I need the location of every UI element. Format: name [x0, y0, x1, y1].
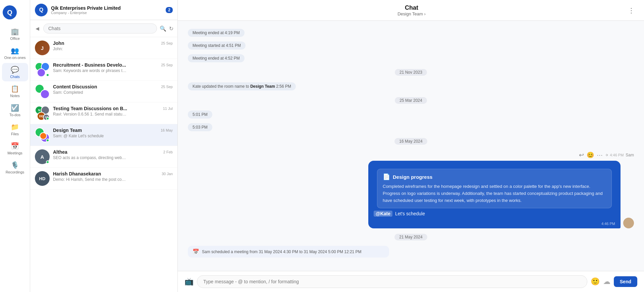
sidebar-item-notes[interactable]: 📋 Notes	[2, 82, 28, 100]
chat-more-button[interactable]: ⋮	[625, 5, 637, 16]
chat-preview-content: Sam: Completed	[53, 90, 127, 95]
chat-list-header: ◀ 🔍 ↻	[30, 20, 177, 37]
outgoing-message-container: ↩ 😊 ⋯ ✈ 4:46 PM Sam 📄	[188, 150, 634, 228]
reply-button[interactable]: ↩	[579, 151, 584, 159]
chat-name-testing: Testing Team Discussions on B...	[53, 106, 127, 111]
system-message-1: Meeting ended at 4:19 PM	[188, 29, 634, 37]
company-name: Qik Enterprises Private Limited	[51, 5, 162, 11]
sidebar-item-office[interactable]: 🏢 Office	[2, 25, 28, 43]
group-avatar-design-3	[40, 132, 47, 140]
send-button[interactable]: Send	[614, 276, 637, 287]
outgoing-note-bubble: 📄 Design progress Completed wireframes f…	[368, 161, 621, 228]
chat-date-design: 16 May	[161, 128, 173, 132]
online-indicator-testing	[46, 117, 49, 120]
chat-subtitle: Design Team ›	[198, 11, 625, 16]
files-icon: 📁	[11, 123, 19, 131]
sidebar-item-meetings[interactable]: 📅 Meetings	[2, 139, 28, 158]
chat-name-design: Design Team	[53, 128, 82, 133]
chat-item-testing[interactable]: N DD +2 Testing Team Discussions on B...…	[30, 102, 177, 124]
reaction-bar: ↩ 😊 ⋯ ✈ 4:46 PM	[579, 150, 624, 160]
sender-name: Sam	[626, 153, 634, 157]
meetings-icon: 📅	[11, 142, 19, 150]
chat-info-testing: Testing Team Discussions on B... 11 Jul …	[53, 106, 173, 117]
room-update-bubble: Kate updated the room name to Design Tea…	[188, 82, 296, 90]
search-button[interactable]: 🔍	[160, 25, 166, 32]
chat-preview-design: Sam: @ Kate Let's schedule	[53, 134, 127, 138]
recordings-label: Recordings	[6, 170, 24, 174]
chat-title: Chat	[198, 4, 625, 11]
office-icon: 🏢	[11, 27, 19, 35]
collapse-button[interactable]: ◀	[34, 24, 41, 32]
chat-preview-john: John:	[53, 47, 127, 51]
sender-row: ↩ 😊 ⋯ ✈ 4:46 PM Sam	[579, 150, 634, 160]
message-more-button[interactable]: ⋯	[597, 151, 603, 159]
group-avatar-content-2	[40, 89, 50, 99]
chat-info-content: Content Discussion 25 Sep Sam: Completed	[53, 84, 173, 95]
avatar-harish: HD	[35, 171, 50, 186]
chat-date-althea: 2 Feb	[163, 150, 173, 154]
message-input-bar: 📺 🙂 ☁ Send	[178, 271, 644, 292]
chat-item-althea[interactable]: A Althea 2 Feb SEO acts as a compass, di…	[30, 146, 177, 168]
message-with-avatar: 📄 Design progress Completed wireframes f…	[368, 161, 634, 228]
sidebar-item-chats[interactable]: 💬 Chats	[2, 63, 28, 81]
brand-area: Q	[0, 3, 30, 23]
date-divider-may2024: 16 May 2024	[188, 138, 634, 145]
nav-items-list: 🏢 Office 👥 One-on-ones 💬 Chats 📋 Notes ☑…	[0, 25, 30, 177]
chat-date-testing: 11 Jul	[163, 106, 173, 111]
chat-list: J John 25 Sep John:	[30, 37, 177, 292]
messages-area: Meeting ended at 4:19 PM Meeting started…	[178, 21, 644, 271]
system-room-update: Kate updated the room name to Design Tea…	[188, 82, 634, 90]
chat-item-john[interactable]: J John 25 Sep John:	[30, 37, 177, 59]
chat-item-content[interactable]: Content Discussion 25 Sep Sam: Completed	[30, 81, 177, 102]
notification-badge[interactable]: 2	[166, 7, 173, 13]
system-bubble-1: Meeting ended at 4:19 PM	[188, 29, 245, 37]
emoji-button[interactable]: 🙂	[591, 277, 600, 286]
office-label: Office	[10, 36, 20, 41]
chat-item-harish[interactable]: HD Harish Dhanasekaran 30 Jan Demo: Hi H…	[30, 168, 177, 190]
mention-tag: @Kate	[374, 211, 392, 217]
chat-list-panel: Q Qik Enterprises Private Limited Compan…	[30, 0, 178, 292]
time-bubble-2: 5:03 PM	[188, 123, 212, 131]
chat-preview-harish: Demo: Hi Harish, Send me the post con...	[53, 177, 127, 182]
company-info: Qik Enterprises Private Limited Company …	[51, 5, 162, 15]
todos-icon: ☑️	[11, 104, 19, 112]
sidebar-item-recordings[interactable]: 🎙️ Recordings	[2, 158, 28, 177]
refresh-button[interactable]: ↻	[169, 25, 173, 32]
sidebar-item-one-on-ones[interactable]: 👥 One-on-ones	[2, 44, 28, 62]
avatar-wrap-design	[35, 128, 50, 142]
avatar-wrap-john: J	[35, 41, 50, 55]
meeting-scheduled-text: Sam scheduled a meeting from 31 May 2024…	[202, 249, 362, 254]
avatar-wrap-harish: HD	[35, 171, 50, 186]
chats-icon: 💬	[11, 66, 19, 74]
chat-item-recruitment[interactable]: Recruitment - Business Develo... 25 Sep …	[30, 59, 177, 81]
system-bubble-3: Meeting ended at 4:52 PM	[188, 54, 245, 62]
sidebar-item-files[interactable]: 📁 Files	[2, 120, 28, 139]
note-icon: 📄	[383, 173, 390, 180]
emoji-react-button[interactable]: 😊	[587, 151, 594, 159]
note-title: 📄 Design progress	[383, 173, 606, 180]
mention-message: @Kate Let's schedule	[368, 208, 621, 220]
sender-avatar	[623, 218, 634, 228]
avatar-wrap-althea: A	[35, 149, 50, 164]
chat-item-design[interactable]: Design Team 16 May Sam: @ Kate Let's sch…	[30, 124, 177, 146]
date-divider-mar2024: 25 Mar 2024	[188, 97, 634, 104]
message-input[interactable]	[197, 275, 587, 288]
online-indicator	[46, 73, 49, 77]
avatar-wrap-testing: N DD +2	[35, 106, 50, 121]
chat-info-recruitment: Recruitment - Business Develo... 25 Sep …	[53, 62, 173, 73]
send-time: ✈ 4:46 PM	[605, 153, 624, 157]
note-body: Completed wireframes for the homepage re…	[383, 183, 606, 204]
one-on-ones-label: One-on-ones	[4, 56, 25, 60]
date-chip-mar: 25 Mar 2024	[395, 97, 427, 104]
calendar-icon: 📅	[193, 248, 199, 255]
group-avatar-3	[37, 68, 46, 77]
one-on-ones-icon: 👥	[11, 47, 19, 55]
sidebar-item-todos[interactable]: ☑️ To-dos	[2, 101, 28, 120]
files-label: Files	[11, 132, 19, 136]
search-input[interactable]	[43, 23, 157, 33]
system-time-2: 5:03 PM	[188, 123, 634, 131]
mention-text: Let's schedule	[395, 211, 425, 216]
upload-button[interactable]: ☁	[603, 277, 610, 286]
chat-area: Chat Design Team › ⋮ Meeting ended at 4:…	[178, 0, 644, 292]
chat-preview-testing: Ravi: Version 0.6.56 1. Send mail status…	[53, 112, 127, 117]
